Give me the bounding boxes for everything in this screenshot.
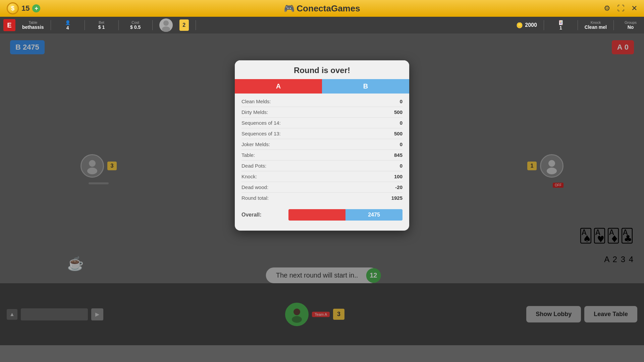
table-value: 845	[394, 152, 402, 158]
team-tab-a[interactable]: A	[235, 79, 322, 94]
separator-4	[152, 20, 153, 30]
coin-amount: 15	[21, 4, 30, 13]
score-row-dirty-melds: Dirty Melds: 500	[241, 107, 402, 118]
knock-label: Knock	[591, 20, 601, 24]
overall-row: Overall: 2475	[235, 206, 409, 224]
groups-info: Groups No	[621, 20, 641, 30]
round-total-value: 1925	[391, 195, 402, 201]
players-info: 👤 4	[58, 20, 78, 31]
settings-icon[interactable]: ⚙	[604, 4, 610, 13]
overall-a	[288, 209, 345, 221]
svg-point-1	[162, 26, 170, 32]
overall-value: 2475	[368, 212, 380, 218]
player-avatar-header	[159, 18, 173, 32]
top-right-icons: ⚙ ⛶ ✕	[604, 4, 637, 13]
separator-2	[85, 20, 85, 30]
table-label-score: Table:	[241, 152, 255, 158]
top-bar: $ 15 + 🎮 ConectaGames ⚙ ⛶ ✕	[0, 0, 644, 17]
logo-text: ConectaGames	[297, 3, 360, 14]
cards-icon: 🃏	[558, 20, 564, 25]
add-coins-button[interactable]: +	[32, 4, 40, 12]
coins-icon: 🪙	[516, 22, 523, 28]
svg-point-0	[163, 20, 169, 26]
close-icon[interactable]: ✕	[631, 4, 637, 13]
modal-overlay: Round is over! A B Clean Melds: 0 Dirty …	[0, 34, 644, 345]
table-name: bethassis	[22, 24, 44, 30]
score-row-seq14: Sequences of 14: 0	[241, 118, 402, 128]
dirty-melds-label: Dirty Melds:	[241, 109, 268, 115]
groups-value: No	[628, 24, 634, 30]
coins-value: 2000	[525, 22, 537, 28]
bet-value: $ 1	[98, 24, 105, 30]
coin-icon: $	[7, 2, 19, 14]
deadwood-label: Dead wood:	[241, 184, 268, 190]
groups-label: Groups	[625, 20, 637, 24]
seq13-label: Sequences of 13:	[241, 131, 281, 136]
overall-b: 2475	[345, 209, 402, 221]
score-table: Clean Melds: 0 Dirty Melds: 500 Sequence…	[235, 94, 409, 206]
score-row-table: Table: 845	[241, 150, 402, 161]
round-modal-title: Round is over!	[235, 60, 409, 79]
table-info: Table bethassis	[22, 20, 44, 30]
round-total-label: Round total:	[241, 195, 269, 201]
round-modal: Round is over! A B Clean Melds: 0 Dirty …	[235, 60, 409, 231]
logo: 🎮 ConectaGames	[284, 3, 360, 14]
players-count: 4	[66, 25, 69, 31]
knock-score-label: Knock:	[241, 174, 257, 179]
score-row-seq13: Sequences of 13: 500	[241, 128, 402, 139]
knock-score-value: 100	[394, 174, 402, 179]
score-row-clean-melds: Clean Melds: 0	[241, 96, 402, 107]
score-row-deadwood: Dead wood: -20	[241, 182, 402, 193]
team-tab-b[interactable]: B	[322, 79, 409, 94]
separator-6	[544, 20, 544, 30]
joker-label: Joker Melds:	[241, 141, 270, 147]
knock-value: Clean mel	[585, 24, 607, 30]
e-badge: E	[3, 19, 15, 31]
bet-label: Bet	[99, 20, 104, 24]
score-row-deadpots: Dead Pots: 0	[241, 161, 402, 171]
cost-value: $ 0.5	[130, 24, 141, 30]
overall-label: Overall:	[241, 212, 262, 218]
table-label: Table	[29, 20, 37, 24]
separator-5	[196, 20, 196, 30]
clean-melds-label: Clean Melds:	[241, 99, 271, 104]
overall-bar: 2475	[288, 209, 402, 221]
score-row-joker: Joker Melds: 0	[241, 139, 402, 150]
team-tabs: A B	[235, 79, 409, 94]
separator-1	[51, 20, 51, 30]
deadpots-label: Dead Pots:	[241, 163, 266, 169]
deadwood-value: -20	[395, 184, 402, 190]
clean-melds-value: 0	[400, 99, 402, 104]
cards-icon-area: 🃏 1	[551, 20, 571, 31]
seq14-label: Sequences of 14:	[241, 120, 281, 126]
cost-info: Cost $ 0.5	[125, 20, 146, 30]
players-icon: 👤	[65, 20, 70, 25]
score-row-total: Round total: 1925	[241, 193, 402, 203]
cards-count: 1	[559, 25, 562, 31]
separator-8	[613, 20, 614, 30]
card-badge-header: 2	[179, 19, 189, 31]
score-row-knock: Knock: 100	[241, 171, 402, 182]
cost-label: Cost	[131, 20, 139, 24]
seq13-value: 500	[394, 131, 402, 136]
separator-7	[578, 20, 578, 30]
coins-right: 🪙 2000	[516, 22, 537, 28]
deadpots-value: 0	[400, 163, 402, 169]
joker-value: 0	[400, 141, 402, 147]
separator-3	[118, 20, 119, 30]
logo-icon: 🎮	[284, 3, 294, 14]
knock-info: Knock Clean mel	[585, 20, 607, 30]
coin-area: $ 15 +	[7, 2, 40, 14]
dirty-melds-value: 500	[394, 109, 402, 115]
seq14-value: 0	[400, 120, 402, 126]
bet-info: Bet $ 1	[92, 20, 112, 30]
fullscreen-icon[interactable]: ⛶	[617, 4, 625, 13]
game-area: B 2475 A 0 3 1 OFF ☕ 🂡🂱🃁🃑 A 2 3 4 Rou	[0, 34, 644, 345]
info-bar: E Table bethassis 👤 4 Bet $ 1 Cost $ 0.5…	[0, 17, 644, 34]
